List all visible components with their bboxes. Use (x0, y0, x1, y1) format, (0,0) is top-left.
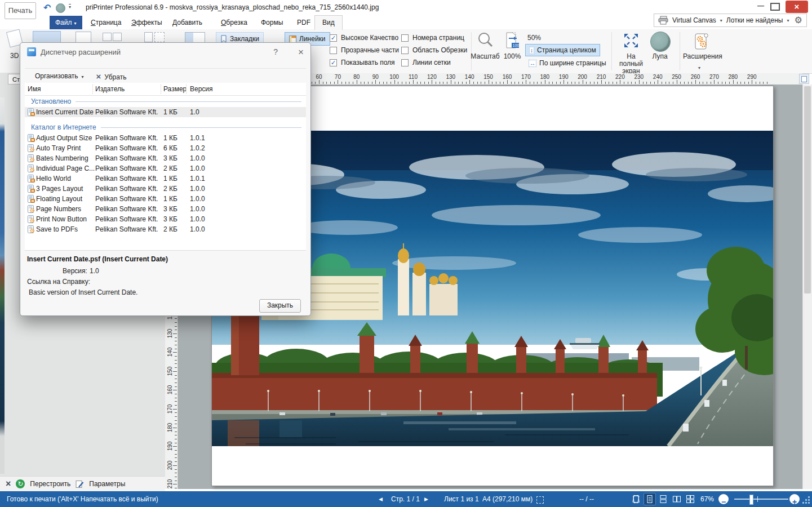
ribbon-checkbox[interactable]: Номера страниц (401, 34, 467, 42)
extension-row[interactable]: Floating LayoutPelikan Software Kft.1 КБ… (25, 194, 306, 204)
resize-grip[interactable] (802, 502, 804, 504)
dialog-close-button[interactable]: Закрыть (259, 299, 301, 313)
dialog-title-bar[interactable]: Диспетчер расширений ? × (20, 43, 310, 61)
print-button[interactable]: Печать (5, 2, 36, 19)
view-mode-facing-button[interactable] (671, 493, 683, 505)
quick-access-caret-icon[interactable]: ▾ (69, 4, 71, 10)
ribbon-checkbox[interactable]: Область Обрезки (401, 46, 467, 54)
page-layout-icon[interactable] (185, 32, 205, 43)
tab-crop[interactable]: Обрезка (218, 16, 251, 29)
view-mode-single-page-button[interactable] (644, 493, 656, 505)
column-name[interactable]: Имя (28, 85, 41, 93)
zoom-slider-track[interactable] (734, 499, 788, 500)
minimize-button[interactable]: — (754, 2, 767, 12)
page-indicator: Стр. 1 / 1 (391, 491, 420, 507)
tab-effects[interactable]: Эффекты (128, 16, 166, 29)
ruler-tick (175, 398, 177, 398)
close-button[interactable]: × (786, 1, 808, 13)
panel-close-icon[interactable]: × (6, 479, 11, 488)
extensions-label[interactable]: Расширения (683, 53, 720, 60)
zoom-label[interactable]: Масштаб (470, 53, 500, 60)
page-layout-icon[interactable] (113, 33, 122, 41)
extension-row[interactable]: 3 Pages LayoutPelikan Software Kft.2 КБ1… (25, 184, 306, 194)
maximize-button[interactable] (770, 3, 780, 11)
tab-page[interactable]: Страница (87, 16, 125, 29)
gear-icon[interactable]: ⚙ (795, 16, 802, 25)
extension-row[interactable]: Save to PDFsPelikan Software Kft.2 КБ1.0… (25, 224, 306, 234)
page-layout-icon[interactable] (154, 32, 165, 42)
undo-icon[interactable]: ↶ (43, 2, 51, 13)
dialog-help-button[interactable]: ? (273, 47, 278, 56)
zoom-out-button[interactable]: − (718, 494, 729, 504)
extension-row[interactable]: Auto Tray PrintPelikan Software Kft.6 КБ… (25, 143, 306, 153)
column-size[interactable]: Размер (163, 85, 187, 93)
extension-size: 2 КБ (163, 163, 178, 174)
ruler-tick (413, 80, 414, 84)
tab-file[interactable]: Файл▾ (50, 16, 82, 29)
ruler-options-button[interactable] (799, 74, 809, 84)
tab-pdf[interactable]: PDF (294, 16, 314, 29)
loupe-button[interactable] (650, 32, 671, 52)
ribbon-checkbox[interactable]: ✓Показывать поля (330, 59, 399, 66)
scrollbar-thumb[interactable] (804, 86, 811, 293)
view-mode-continuous-button[interactable] (657, 493, 669, 505)
extension-row[interactable]: Adjust Output SizePelikan Software Kft.1… (25, 133, 306, 143)
chevron-down-icon[interactable]: ▾ (720, 18, 722, 23)
extension-row[interactable]: Hello WorldPelikan Software Kft.1 КБ1.0.… (25, 174, 306, 184)
extension-row[interactable]: Print Now ButtonPelikan Software Kft.3 К… (25, 214, 306, 224)
ruler-tick (455, 82, 455, 84)
zoom-100-icon[interactable]: 100 (503, 32, 522, 50)
remove-button[interactable]: ×Убрать (96, 72, 127, 81)
printer-select[interactable]: Virtual Canvas (672, 16, 716, 24)
view-mode-grid-button[interactable] (684, 493, 696, 505)
ribbon-checkbox[interactable]: ✓Высокое Качество (330, 34, 399, 42)
tab-add[interactable]: Добавить (169, 16, 206, 29)
loupe-quick-icon[interactable] (56, 3, 65, 13)
view-mode-book-button[interactable] (630, 493, 642, 505)
ruler-tick (175, 326, 177, 327)
rebuild-button[interactable]: Перестроить (30, 480, 70, 488)
ruler-tick (737, 82, 738, 84)
zoom-in-button[interactable]: + (789, 494, 800, 504)
ruler-tick (436, 82, 436, 84)
tray-select[interactable]: Лотки не найдены (726, 16, 783, 24)
prev-page-button[interactable]: ◀ (379, 491, 383, 507)
column-publisher[interactable]: Издатель (95, 85, 125, 93)
parameters-button[interactable]: Параметры (89, 480, 125, 488)
fullscreen-label[interactable]: На полный экран (614, 53, 648, 75)
organize-button[interactable]: Организовать▾ (35, 72, 84, 80)
tab-view-active[interactable]: Вид (314, 15, 343, 30)
ruler-number: 80 (353, 74, 360, 80)
extension-row[interactable]: Page NumbersPelikan Software Kft.3 КБ1.0… (25, 204, 306, 214)
extension-row[interactable]: Insert Current DatePelikan Software Kft.… (25, 107, 306, 117)
whole-page-button[interactable]: ↕ Страница целиком (525, 44, 600, 56)
ribbon-checkbox[interactable]: Прозрачные части (330, 46, 399, 54)
dialog-title: Диспетчер расширений (41, 48, 269, 56)
vertical-scrollbar[interactable] (802, 84, 812, 489)
page-width-button[interactable]: ↔ По ширине страницы (525, 57, 610, 69)
fullscreen-icon[interactable] (618, 32, 645, 50)
page-layout-icon[interactable] (144, 32, 153, 42)
dialog-close-icon[interactable]: × (298, 47, 304, 57)
extension-row[interactable]: Bates NumberingPelikan Software Kft.3 КБ… (25, 153, 306, 163)
chevron-down-icon[interactable]: ▾ (698, 65, 700, 70)
page-layout-icon[interactable] (103, 33, 112, 41)
loupe-label[interactable]: Лупа (649, 53, 671, 60)
extension-size: 3 КБ (163, 153, 178, 163)
ruler-tick (473, 82, 474, 84)
zoom-100-label[interactable]: 100% (500, 53, 524, 60)
tab-forms[interactable]: Формы (258, 16, 286, 29)
zoom-slider-handle[interactable] (749, 495, 753, 505)
ruler-tick (707, 82, 707, 84)
zoom-50-item[interactable]: 50% (527, 34, 541, 42)
ruler-number: 130 (446, 74, 455, 80)
column-version[interactable]: Версия (190, 85, 213, 93)
extension-row[interactable]: Individual Page C...Pelikan Software Kft… (25, 163, 306, 174)
ribbon-checkbox[interactable]: Линии сетки (401, 59, 467, 66)
extensions-icon[interactable] (692, 32, 710, 52)
chevron-down-icon[interactable]: ▾ (787, 18, 789, 23)
ruler-tick (319, 80, 320, 84)
next-page-button[interactable]: ▶ (424, 491, 428, 507)
page-thumbnail-sliver[interactable] (0, 97, 5, 474)
zoom-icon[interactable] (475, 32, 495, 50)
